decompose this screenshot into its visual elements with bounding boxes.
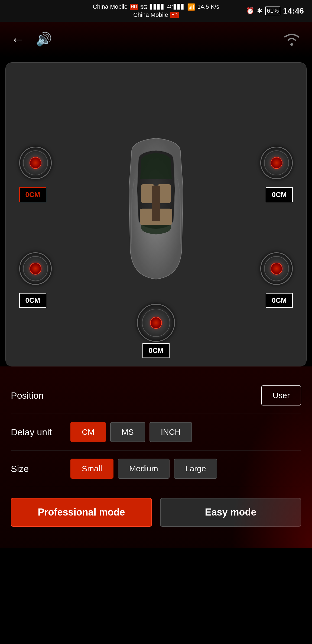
battery-indicator: 61% [265,7,280,15]
speaker-rear-left[interactable] [19,252,52,285]
delay-ms-button[interactable]: MS [110,422,145,442]
wifi-status-icon: 📶 [187,3,195,11]
delay-unit-row: Delay unit CM MS INCH [11,414,301,450]
carrier1-label: China Mobile [93,3,128,11]
signal-5g-icon: ▋▋▋▋ [150,4,165,10]
clock-label: 14:46 [283,6,304,15]
size-label: Size [11,463,65,474]
speaker-front-left[interactable] [19,147,52,179]
bottom-controls: Position User Delay unit CM MS INCH Size [0,366,312,548]
cm-label-sub[interactable]: 0CM [142,343,170,358]
cm-label-rr[interactable]: 0CM [266,293,293,308]
position-user-button[interactable]: User [261,385,301,405]
cm-label-fr[interactable]: 0CM [266,187,293,202]
bottom-controls-wrapper: Position User Delay unit CM MS INCH Size [0,366,312,548]
speaker-rear-right[interactable] [260,252,293,285]
speaker-subwoofer[interactable] [137,304,175,342]
size-medium-button[interactable]: Medium [118,459,170,479]
delay-unit-label: Delay unit [11,427,65,437]
speaker-front-right[interactable] [260,147,293,179]
back-button[interactable]: ← [11,32,25,46]
speed-label: 14.5 K/s [197,3,219,11]
position-label: Position [11,390,65,401]
hd-badge2: HD [170,12,179,18]
cm-label-rl[interactable]: 0CM [19,293,46,308]
bluetooth-icon: ✱ [257,7,262,15]
mode-row: Professional mode Easy mode [11,487,301,532]
network-5g: 5G [140,4,148,11]
size-small-button[interactable]: Small [70,459,113,479]
car-image [110,136,202,287]
speaker-grid: 0CM 0CM 0CM 0CM 0CM [11,71,301,358]
signal-4g-icon: 4G▋▋▋ [167,4,185,10]
delay-unit-options: CM MS INCH [70,422,192,442]
easy-mode-button[interactable]: Easy mode [160,498,301,527]
carrier-info: China Mobile HD 5G ▋▋▋▋ 4G▋▋▋ 📶 14.5 K/s… [93,3,219,19]
professional-mode-button[interactable]: Professional mode [11,498,152,527]
svg-point-0 [290,43,293,46]
carrier2-label: China Mobile [133,11,168,19]
status-right: ⏰ ✱ 61% 14:46 [246,6,304,15]
svg-rect-4 [152,186,160,221]
hd-badge1: HD [130,4,138,10]
delay-inch-button[interactable]: INCH [150,422,192,442]
status-bar: China Mobile HD 5G ▋▋▋▋ 4G▋▋▋ 📶 14.5 K/s… [0,0,312,22]
delay-cm-button[interactable]: CM [70,422,106,442]
speaker-icon: 🔊 [36,32,52,47]
alarm-icon: ⏰ [246,7,254,15]
wifi-icon-header [282,31,301,46]
size-row: Size Small Medium Large [11,450,301,487]
position-row: Position User [11,377,301,414]
size-options: Small Medium Large [70,459,217,479]
cm-label-fl[interactable]: 0CM [19,187,46,202]
header: ← 🔊 [0,22,312,57]
speaker-panel: 0CM 0CM 0CM 0CM 0CM [5,62,307,366]
size-large-button[interactable]: Large [174,459,217,479]
